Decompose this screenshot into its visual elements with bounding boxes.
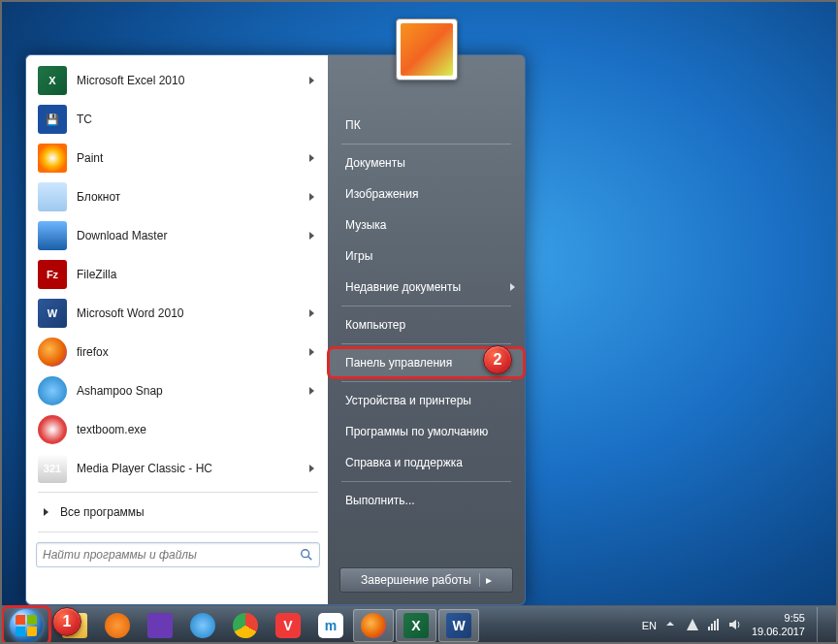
right-item-9[interactable]: Программы по умолчанию [328,416,525,447]
program-label: Download Master [77,229,309,242]
separator [341,381,511,382]
taskbar-maxthon[interactable]: m [310,609,351,642]
clock-date: 19.06.2017 [752,626,805,638]
search-input[interactable] [43,548,300,562]
volume-icon[interactable] [728,618,744,633]
show-hidden-icons[interactable] [664,618,680,633]
chevron-right-icon [309,387,314,395]
user-picture[interactable] [396,18,458,80]
taskbar-ie[interactable] [182,609,223,642]
search-box[interactable] [36,542,320,567]
taskbar-word[interactable]: W [438,609,479,642]
clock[interactable]: 9:55 19.06.2017 [752,612,805,637]
annotation-badge-1: 1 [52,607,81,636]
maxthon-icon: m [318,613,343,638]
program-label: Microsoft Word 2010 [77,306,309,320]
mpc-icon: 321 [38,454,67,483]
right-item-label: Изображения [345,187,418,201]
shutdown-button[interactable]: Завершение работы ▸ [339,567,513,593]
right-item-10[interactable]: Справка и поддержка [328,447,525,478]
taskbar: V m X W EN 9:55 19.06.2017 [0,605,838,644]
right-item-4[interactable]: Игры [328,241,525,272]
program-item-snap[interactable]: Ashampoo Snap [32,371,324,410]
right-item-5[interactable]: Недавние документы [328,272,525,303]
all-programs-button[interactable]: Все программы [32,497,324,528]
program-item-textboom[interactable]: textboom.exe [32,410,324,449]
action-center-icon[interactable] [686,618,701,633]
right-item-2[interactable]: Изображения [328,178,525,209]
right-item-label: ПК [345,118,361,132]
right-item-6[interactable]: Компьютер [328,309,525,340]
tc-icon: 💾 [38,105,67,134]
chevron-right-icon [309,348,314,356]
excel-icon: X [38,66,67,95]
start-menu-left-panel: X Microsoft Excel 2010 💾 TC Paint Блокно… [25,54,328,605]
right-item-label: Документы [345,156,405,170]
program-item-mpc[interactable]: 321 Media Player Classic - HC [32,449,324,488]
right-item-11[interactable]: Выполнить... [328,485,525,516]
program-label: Paint [77,151,309,165]
taskbar-firefox[interactable] [353,609,394,642]
program-item-excel[interactable]: X Microsoft Excel 2010 [32,61,324,100]
system-tray: EN 9:55 19.06.2017 [642,607,834,644]
right-item-label: Устройства и принтеры [345,394,471,407]
right-item-8[interactable]: Устройства и принтеры [328,385,525,416]
right-item-label: Компьютер [345,318,405,332]
taskbar-excel[interactable]: X [396,609,436,642]
language-indicator[interactable]: EN [642,620,657,631]
taskbar-vivaldi[interactable]: V [268,609,308,642]
program-item-word[interactable]: W Microsoft Word 2010 [32,294,324,333]
play-icon [105,613,130,638]
separator [341,144,511,145]
taskbar-app-purple[interactable] [140,609,180,642]
right-item-label: Игры [345,249,372,263]
program-item-filezilla[interactable]: Fz FileZilla [32,255,324,294]
chevron-right-icon [510,283,515,291]
word-icon: W [446,613,471,638]
program-item-firefox[interactable]: firefox [32,333,324,371]
network-icon[interactable] [707,618,723,633]
program-label: Microsoft Excel 2010 [77,74,309,87]
chevron-right-icon [309,232,314,240]
program-label: FileZilla [77,268,318,281]
textboom-icon [38,415,67,444]
right-item-1[interactable]: Документы [328,147,525,178]
program-label: Блокнот [77,190,309,204]
separator [38,492,318,493]
separator [38,531,318,532]
start-button[interactable] [4,608,48,643]
program-item-paint[interactable]: Paint [32,139,324,177]
right-item-label: Программы по умолчанию [345,425,488,438]
dm-icon [38,221,67,250]
separator [341,343,511,344]
right-item-label: Справка и поддержка [345,456,463,469]
program-label: TC [77,113,318,126]
svg-rect-2 [708,627,710,630]
svg-rect-3 [711,624,713,630]
firefox-icon [361,613,386,638]
right-item-label: Недавние документы [345,280,461,294]
clock-time: 9:55 [752,612,805,625]
annotation-badge-2: 2 [483,345,512,374]
chevron-right-icon [309,154,314,162]
program-item-notepad[interactable]: Блокнот [32,177,324,216]
chevron-right-icon [44,508,48,516]
chevron-right-icon [309,193,314,201]
word-icon: W [38,299,67,328]
svg-point-0 [302,550,309,558]
firefox-icon [38,338,67,367]
separator [341,306,511,306]
taskbar-chrome[interactable] [225,609,266,642]
taskbar-wmp[interactable] [97,609,138,642]
snap-icon [38,376,67,405]
program-label: firefox [77,345,309,359]
chevron-right-icon[interactable]: ▸ [479,573,492,587]
chevron-right-icon [309,465,314,472]
right-item-3[interactable]: Музыка [328,209,525,241]
program-item-tc[interactable]: 💾 TC [32,100,324,139]
show-desktop-button[interactable] [817,607,826,644]
program-label: Ashampoo Snap [77,384,309,398]
program-item-dm[interactable]: Download Master [32,216,324,255]
right-item-0[interactable]: ПК [328,110,525,141]
search-icon [300,548,313,562]
